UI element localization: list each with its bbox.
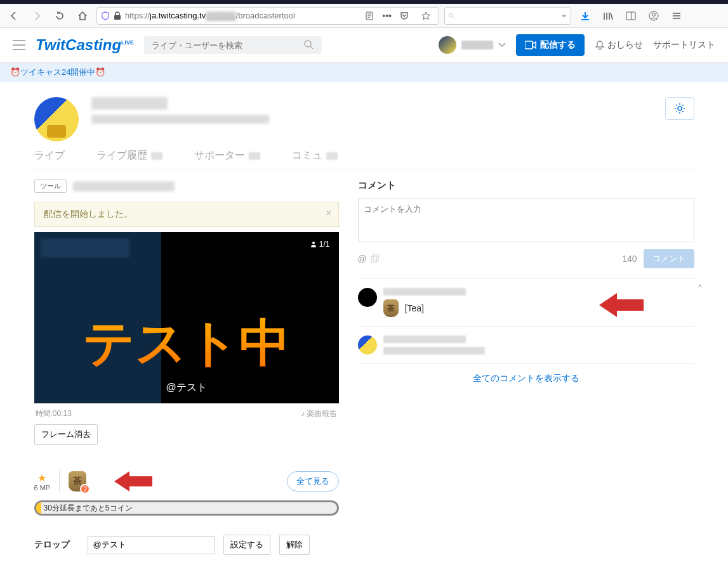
svg-point-6: [305, 41, 311, 47]
comment-input[interactable]: [358, 198, 694, 242]
browser-toolbar: https://ja.twitcasting.tv▓▓▓▓▓/broadcast…: [0, 4, 728, 28]
forward-button[interactable]: [28, 7, 46, 25]
comments-list: ^ 茶 [Tea]: [358, 278, 694, 393]
comment-username: [383, 335, 466, 343]
bookmark-icon[interactable]: [417, 7, 435, 25]
copy-icon[interactable]: [371, 254, 380, 263]
account-icon[interactable]: [645, 7, 663, 25]
user-menu[interactable]: [439, 36, 506, 54]
comment-item: [358, 327, 694, 364]
bell-icon: [595, 40, 605, 50]
search-icon: [449, 11, 454, 20]
clear-frame-button[interactable]: フレーム消去: [34, 424, 98, 445]
site-search[interactable]: [144, 36, 322, 54]
profile-tabs: ライブ ライブ履歴 サポーター コミュ: [34, 149, 694, 169]
elapsed-time: 時間:00:13: [36, 408, 72, 419]
mention-icon[interactable]: @: [358, 254, 367, 264]
telop-set-button[interactable]: 設定する: [223, 535, 270, 555]
broadcast-notice: 配信を開始しました。 ×: [34, 202, 339, 227]
arrow-annotation: [114, 470, 152, 493]
download-icon[interactable]: [576, 7, 594, 25]
submit-comment-button[interactable]: コメント: [644, 249, 694, 268]
settings-button[interactable]: [665, 97, 694, 120]
comment-item: 茶 [Tea]: [358, 279, 694, 327]
coin-progress: 30分延長まであと5コイン: [34, 500, 339, 516]
tea-icon: 茶: [383, 299, 399, 317]
svg-rect-3: [626, 12, 635, 20]
video-icon: [525, 41, 536, 49]
reader-icon[interactable]: [361, 7, 378, 25]
pocket-icon[interactable]: [395, 7, 413, 25]
comment-username: [383, 288, 466, 296]
banner-link[interactable]: ツイキャス24開催中: [20, 67, 95, 77]
avatar: [439, 36, 456, 54]
hamburger-icon[interactable]: [13, 40, 25, 50]
tab-community[interactable]: コミュ: [292, 149, 338, 162]
tab-history[interactable]: ライブ履歴: [96, 149, 162, 162]
music-report-link[interactable]: ♪ 楽曲報告: [301, 408, 337, 419]
site-search-input[interactable]: [152, 41, 304, 50]
back-button[interactable]: [5, 7, 23, 25]
svg-point-9: [312, 242, 315, 244]
telop-input[interactable]: [88, 536, 215, 554]
arrow-annotation: [599, 292, 644, 318]
profile-desc: [91, 115, 269, 124]
go-icon[interactable]: [561, 11, 567, 20]
broadcast-button[interactable]: 配信する: [516, 34, 585, 56]
search-icon: [304, 40, 314, 50]
tea-gift[interactable]: 茶 2: [69, 471, 86, 492]
site-header: TwitCastingLIVE 配信する おしらせ サポートリスト: [0, 28, 728, 63]
telop-clear-button[interactable]: 解除: [279, 535, 310, 555]
video-player[interactable]: 1/1 テスト中 @テスト: [34, 232, 339, 403]
chevron-down-icon: [498, 42, 506, 48]
shield-icon: [101, 11, 110, 20]
banner: ⏰ツイキャス24開催中⏰: [0, 63, 728, 82]
profile-avatar[interactable]: [34, 97, 79, 141]
show-all-comments-link[interactable]: 全てのコメントを表示する: [473, 373, 579, 383]
library-icon[interactable]: [599, 7, 617, 25]
char-count: 140: [622, 254, 637, 264]
see-all-button[interactable]: 全て見る: [287, 471, 339, 492]
reload-button[interactable]: [51, 7, 69, 25]
svg-rect-10: [371, 256, 376, 263]
gear-icon: [674, 103, 685, 114]
overlay-text: テスト中: [83, 309, 290, 378]
sidebar-icon[interactable]: [622, 7, 640, 25]
svg-point-8: [678, 107, 682, 110]
profile-block: [34, 82, 694, 149]
support-link[interactable]: サポートリスト: [653, 39, 715, 51]
viewer-count: 1/1: [310, 240, 330, 249]
comments-title: コメント: [358, 179, 694, 192]
overlay-sub: @テスト: [166, 381, 206, 394]
avatar[interactable]: [358, 335, 377, 355]
telop-label: テロップ: [34, 539, 79, 550]
tea-count-badge: 2: [80, 484, 90, 494]
mp-block: ★ 6 MP: [34, 472, 51, 492]
notice-link[interactable]: おしらせ: [595, 39, 643, 51]
svg-point-5: [652, 13, 656, 16]
lock-icon: [114, 11, 121, 20]
svg-rect-0: [114, 15, 121, 20]
tab-live[interactable]: ライブ: [34, 149, 65, 162]
tool-badge: ツール: [34, 179, 67, 193]
svg-rect-11: [373, 254, 378, 261]
close-icon[interactable]: ×: [326, 207, 331, 219]
browser-search[interactable]: [444, 7, 571, 25]
svg-point-2: [449, 13, 453, 16]
profile-name: [91, 97, 168, 110]
tool-info: [73, 181, 175, 192]
scroll-indicator: ^: [698, 283, 702, 292]
url-text: https://ja.twitcasting.tv▓▓▓▓▓/broadcast…: [125, 11, 357, 20]
svg-rect-7: [525, 41, 533, 49]
comment-text: [383, 347, 485, 355]
avatar[interactable]: [358, 288, 377, 307]
ellipsis-icon[interactable]: •••: [382, 11, 392, 21]
site-logo[interactable]: TwitCastingLIVE: [36, 36, 134, 54]
username: [461, 41, 493, 49]
home-button[interactable]: [74, 7, 91, 25]
browser-search-input[interactable]: [454, 11, 561, 20]
menu-icon[interactable]: [668, 7, 685, 25]
tea-label: [Tea]: [405, 303, 424, 313]
tab-supporter[interactable]: サポーター: [194, 149, 260, 162]
url-bar[interactable]: https://ja.twitcasting.tv▓▓▓▓▓/broadcast…: [96, 7, 439, 25]
